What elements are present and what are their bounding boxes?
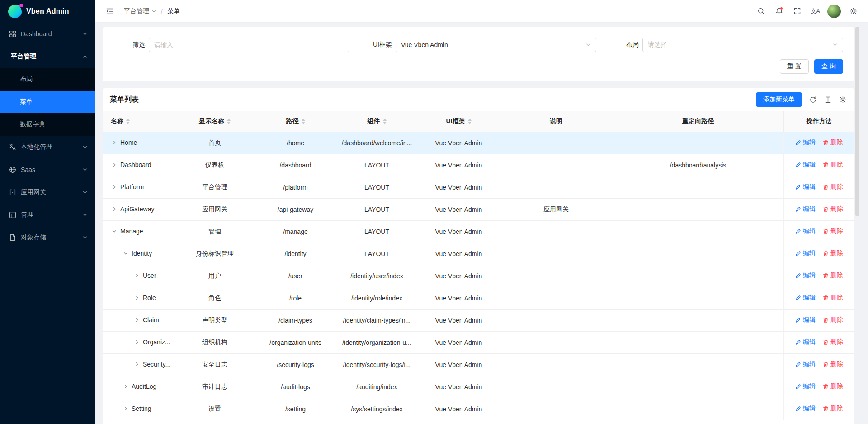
chevron-right-icon[interactable] xyxy=(122,406,129,411)
sort-icon[interactable] xyxy=(126,119,130,124)
delete-button[interactable]: 删除 xyxy=(823,227,843,235)
chevron-down-icon[interactable] xyxy=(111,229,118,234)
table-row: Security...安全日志/security-logs/identity/s… xyxy=(103,353,854,376)
sidebar-item-label: Saas xyxy=(21,166,78,173)
delete-button[interactable]: 删除 xyxy=(823,338,843,346)
logo[interactable]: Vben Admin xyxy=(0,0,95,23)
chevron-right-icon[interactable] xyxy=(111,162,118,167)
chevron-right-icon[interactable] xyxy=(133,362,141,367)
edit-button[interactable]: 编辑 xyxy=(795,382,816,391)
sidebar-item-object-storage[interactable]: 对象存储 xyxy=(0,226,95,249)
chevron-right-icon[interactable] xyxy=(133,295,141,300)
delete-button[interactable]: 删除 xyxy=(823,138,843,147)
sidebar-item-app-gateway[interactable]: 应用网关 xyxy=(0,181,95,204)
menu-name: Role xyxy=(143,294,156,301)
delete-button[interactable]: 删除 xyxy=(823,161,843,169)
notifications-button[interactable] xyxy=(771,4,787,19)
filter-keyword-input[interactable] xyxy=(149,38,349,52)
edit-button[interactable]: 编辑 xyxy=(795,249,816,257)
topbar-left: 平台管理 / 菜单 xyxy=(102,4,180,19)
table-settings-icon[interactable] xyxy=(839,96,847,104)
chevron-right-icon[interactable] xyxy=(122,384,129,389)
column-header-component[interactable]: 组件 xyxy=(336,111,418,132)
filter-field-ui-framework: UI框架 Vue Vben Admin xyxy=(360,38,596,52)
translate-button[interactable]: 文A xyxy=(807,4,823,19)
delete-button[interactable]: 删除 xyxy=(823,272,843,280)
column-header-ui-framework[interactable]: UI框架 xyxy=(418,111,500,132)
sidebar-item-layout[interactable]: 布局 xyxy=(0,68,95,91)
edit-button[interactable]: 编辑 xyxy=(795,272,816,280)
delete-button[interactable]: 删除 xyxy=(823,316,843,324)
chevron-right-icon[interactable] xyxy=(133,339,141,345)
delete-button[interactable]: 删除 xyxy=(823,205,843,213)
delete-button[interactable]: 删除 xyxy=(823,183,843,191)
path-cell: /platform xyxy=(255,176,336,198)
sort-icon[interactable] xyxy=(302,119,305,124)
chevron-right-icon[interactable] xyxy=(111,206,118,212)
chevron-right-icon[interactable] xyxy=(111,140,118,145)
chevron-down-icon xyxy=(82,212,88,218)
edit-button[interactable]: 编辑 xyxy=(795,360,816,368)
search-button[interactable] xyxy=(753,4,769,19)
breadcrumb-platform-label: 平台管理 xyxy=(124,7,149,15)
sidebar-item-management[interactable]: 管理 xyxy=(0,204,95,226)
breadcrumb-item-platform[interactable]: 平台管理 xyxy=(124,7,156,15)
fullscreen-button[interactable] xyxy=(789,4,805,19)
menu-tree-node: Home xyxy=(111,139,137,146)
edit-button[interactable]: 编辑 xyxy=(795,405,816,413)
edit-button[interactable]: 编辑 xyxy=(795,161,816,169)
menu-name: Security... xyxy=(143,361,170,368)
sort-icon[interactable] xyxy=(468,119,472,124)
menu-name-cell: User xyxy=(103,265,175,287)
edit-label: 编辑 xyxy=(803,382,816,391)
column-header-path[interactable]: 路径 xyxy=(255,111,336,132)
settings-button[interactable] xyxy=(845,4,861,19)
menu-name-cell: Setting xyxy=(103,398,175,420)
chevron-down-icon[interactable] xyxy=(122,251,129,256)
delete-button[interactable]: 删除 xyxy=(823,360,843,368)
chevron-right-icon[interactable] xyxy=(133,317,141,323)
edit-button[interactable]: 编辑 xyxy=(795,294,816,302)
breadcrumb: 平台管理 / 菜单 xyxy=(124,7,180,15)
sidebar-collapse-button[interactable] xyxy=(102,4,118,19)
row-height-icon[interactable] xyxy=(824,96,832,104)
edit-button[interactable]: 编辑 xyxy=(795,138,816,147)
edit-button[interactable]: 编辑 xyxy=(795,227,816,235)
chevron-right-icon[interactable] xyxy=(111,184,118,190)
delete-label: 删除 xyxy=(830,338,843,346)
sidebar-item-localization[interactable]: 本地化管理 xyxy=(0,136,95,158)
chevron-down-icon xyxy=(82,167,88,172)
refresh-icon[interactable] xyxy=(809,96,817,104)
delete-button[interactable]: 删除 xyxy=(823,249,843,257)
sidebar-item-menu[interactable]: 菜单 xyxy=(0,91,95,113)
delete-button[interactable]: 删除 xyxy=(823,382,843,391)
ui-framework-select[interactable]: Vue Vben Admin xyxy=(396,38,596,52)
delete-button[interactable]: 删除 xyxy=(823,294,843,302)
delete-label: 删除 xyxy=(830,382,843,391)
path-cell: /user xyxy=(255,265,336,287)
layout-select[interactable]: 请选择 xyxy=(642,38,843,52)
scrollbar[interactable] xyxy=(855,27,859,216)
search-button[interactable]: 查 询 xyxy=(814,59,843,74)
sort-icon[interactable] xyxy=(383,119,387,124)
chevron-right-icon[interactable] xyxy=(133,273,141,278)
edit-button[interactable]: 编辑 xyxy=(795,316,816,324)
avatar[interactable] xyxy=(827,5,841,18)
menu-name-cell: Identity xyxy=(103,243,175,265)
column-header-name[interactable]: 名称 xyxy=(103,111,175,132)
locale-icon xyxy=(9,143,16,151)
edit-button[interactable]: 编辑 xyxy=(795,183,816,191)
column-header-display-name[interactable]: 显示名称 xyxy=(175,111,255,132)
edit-button[interactable]: 编辑 xyxy=(795,205,816,213)
sidebar-item-platform-management[interactable]: 平台管理 xyxy=(0,45,95,68)
edit-label: 编辑 xyxy=(803,316,816,324)
reset-button[interactable]: 重 置 xyxy=(780,59,809,74)
sidebar-item-data-dictionary[interactable]: 数据字典 xyxy=(0,113,95,136)
sidebar-item-saas[interactable]: Saas xyxy=(0,158,95,181)
sort-icon[interactable] xyxy=(227,119,231,124)
delete-button[interactable]: 删除 xyxy=(823,405,843,413)
sidebar-item-dashboard[interactable]: Dashboard xyxy=(0,23,95,45)
path-cell: /home xyxy=(255,132,336,154)
add-menu-button[interactable]: 添加新菜单 xyxy=(756,92,802,107)
edit-button[interactable]: 编辑 xyxy=(795,338,816,346)
